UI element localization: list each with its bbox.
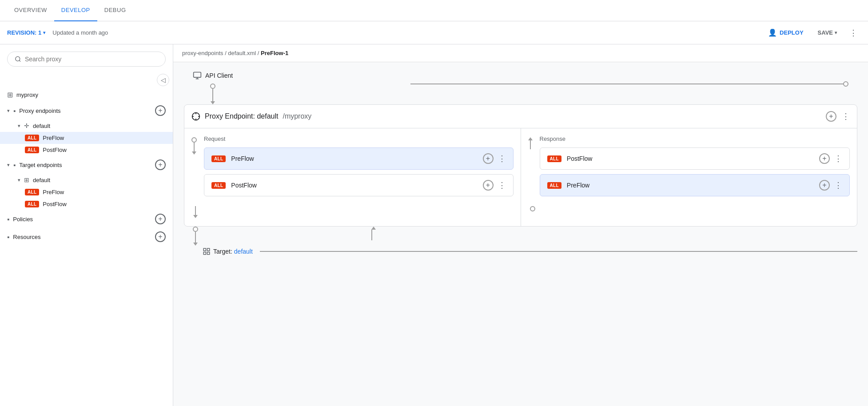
tab-overview[interactable]: OVERVIEW (7, 0, 54, 21)
proxy-endpoint-header-actions: + ⋮ (826, 111, 850, 122)
proxy-endpoints-label[interactable]: ▾ ▪ Proxy endpoints (7, 107, 155, 115)
target-endpoints-label[interactable]: ▾ ▪ Target endpoints (7, 161, 155, 169)
add-proxy-endpoint-button[interactable]: + (155, 105, 166, 116)
sidebar-item-default-target[interactable]: ▾ ⊞ default (0, 174, 173, 186)
res-postflow-badge: ALL (547, 155, 561, 162)
req-preflow-label: PreFlow (231, 155, 482, 162)
res-preflow-more-icon[interactable]: ⋮ (834, 180, 842, 190)
default-target-label: default (33, 177, 50, 183)
folder-icon: ▪ (13, 107, 16, 115)
toolbar-right: 👤 DEPLOY SAVE ▾ ⋮ (763, 26, 861, 40)
response-panel-label: Response (540, 135, 850, 142)
proxy-endpoint-name: Proxy Endpoint: default (205, 112, 278, 120)
res-preflow-label: PreFlow (567, 182, 819, 189)
postflow-label: PostFlow (43, 147, 66, 153)
default-proxy-label: default (33, 123, 50, 129)
add-policy-button[interactable]: + (155, 214, 166, 224)
breadcrumb-sep2: / (258, 50, 261, 56)
res-postflow-label: PostFlow (567, 155, 819, 162)
policies-label[interactable]: ▪ Policies (7, 215, 155, 223)
proxy-endpoints-section: ▾ ▪ Proxy endpoints + (0, 102, 173, 119)
proxy-endpoint-block: Proxy Endpoint: default /myproxy + ⋮ (184, 104, 857, 227)
target-preflow-label: PreFlow (43, 189, 64, 195)
save-button[interactable]: SAVE ▾ (812, 27, 842, 39)
collapse-left-icon: ◁ (161, 76, 166, 84)
default-target-chevron-icon: ▾ (18, 177, 20, 183)
target-preflow-all-badge: ALL (25, 189, 39, 195)
req-preflow-badge: ALL (211, 155, 226, 162)
req-preflow-actions: + ⋮ (483, 153, 506, 164)
resources-label[interactable]: ▪ Resources (7, 233, 155, 241)
resources-section: ▪ Resources + (0, 228, 173, 246)
revision-chevron-icon: ▾ (43, 30, 45, 35)
sidebar-item-default-proxy[interactable]: ▾ ✛ default (0, 119, 173, 132)
sidebar-item-target-preflow[interactable]: ALL PreFlow (0, 186, 173, 198)
postflow-all-badge: ALL (25, 147, 39, 153)
revision-button[interactable]: REVISION: 1 ▾ (7, 29, 45, 36)
req-postflow-badge: ALL (211, 182, 226, 189)
add-flow-button[interactable]: + (826, 111, 836, 122)
add-target-endpoint-button[interactable]: + (155, 159, 166, 170)
target-label: Target: (213, 248, 232, 255)
req-preflow-more-icon[interactable]: ⋮ (498, 154, 506, 163)
target-folder-icon: ▪ (13, 161, 16, 169)
res-preflow-row[interactable]: ALL PreFlow + ⋮ (540, 174, 850, 196)
canvas: proxy-endpoints / default.xml / PreFlow-… (173, 44, 868, 406)
deploy-button[interactable]: 👤 DEPLOY (763, 26, 808, 40)
proxy-default-crosshair-icon: ✛ (24, 122, 29, 129)
svg-point-0 (16, 56, 20, 61)
save-chevron-icon: ▾ (835, 30, 837, 35)
search-icon (15, 56, 21, 63)
sidebar-item-preflow[interactable]: ALL PreFlow (0, 132, 173, 144)
target-postflow-label: PostFlow (43, 201, 66, 207)
breadcrumb-path2: default.xml (228, 50, 256, 56)
req-preflow-add-button[interactable]: + (483, 153, 494, 164)
request-exit-arrow-icon (193, 215, 198, 218)
proxy-endpoint-path: /myproxy (283, 112, 311, 120)
request-arrow-icon (192, 151, 196, 155)
search-input[interactable] (25, 56, 158, 63)
res-postflow-actions: + ⋮ (819, 153, 842, 164)
target-endpoints-section: ▾ ▪ Target endpoints + (0, 156, 173, 174)
top-nav: OVERVIEW DEVELOP DEBUG (0, 0, 868, 21)
add-resource-button[interactable]: + (155, 231, 166, 242)
request-entry-node (191, 137, 197, 143)
res-postflow-row[interactable]: ALL PostFlow + ⋮ (540, 147, 850, 170)
res-preflow-add-button[interactable]: + (819, 180, 830, 191)
collapse-sidebar-button[interactable]: ◁ (157, 74, 169, 86)
breadcrumb-path3: PreFlow-1 (261, 50, 288, 56)
svg-rect-12 (207, 252, 210, 255)
res-preflow-actions: + ⋮ (819, 180, 842, 191)
target-link[interactable]: default (234, 248, 253, 255)
sidebar-item-target-postflow[interactable]: ALL PostFlow (0, 198, 173, 210)
req-postflow-add-button[interactable]: + (483, 180, 494, 191)
sidebar-item-myproxy[interactable]: ⊞ myproxy (0, 88, 173, 102)
req-preflow-row[interactable]: ALL PreFlow + ⋮ (204, 147, 514, 170)
sidebar-item-postflow[interactable]: ALL PostFlow (0, 144, 173, 156)
policies-section: ▪ Policies + (0, 210, 173, 228)
revision-label: REVISION: 1 (7, 29, 41, 36)
req-postflow-more-icon[interactable]: ⋮ (498, 180, 506, 190)
res-postflow-more-icon[interactable]: ⋮ (834, 154, 842, 163)
svg-line-1 (19, 60, 20, 62)
tab-debug[interactable]: DEBUG (97, 0, 133, 21)
request-panel-label: Request (204, 135, 514, 142)
req-postflow-row[interactable]: ALL PostFlow + ⋮ (204, 174, 514, 196)
monitor-icon (193, 71, 202, 80)
preflow-label: PreFlow (43, 135, 64, 141)
api-client-label: API Client (205, 72, 233, 79)
sidebar: ◁ ⊞ myproxy ▾ ▪ Proxy endpoints + ▾ ✛ de… (0, 44, 173, 406)
response-exit-node (530, 206, 535, 211)
target-grid-icon (203, 247, 211, 255)
request-panel: Request ALL PreFlow + ⋮ (184, 128, 521, 226)
more-options-button[interactable]: ⋮ (846, 26, 861, 40)
res-postflow-add-button[interactable]: + (819, 153, 830, 164)
arrow-down-icon (211, 101, 215, 104)
svg-rect-10 (203, 248, 206, 251)
proxy-endpoint-title: Proxy Endpoint: default /myproxy (191, 112, 826, 121)
tab-develop[interactable]: DEVELOP (54, 0, 97, 21)
res-preflow-badge: ALL (547, 182, 561, 189)
target-arrow-icon (193, 243, 198, 246)
proxy-endpoint-more-icon[interactable]: ⋮ (842, 111, 850, 121)
crosshair-icon (191, 112, 200, 121)
